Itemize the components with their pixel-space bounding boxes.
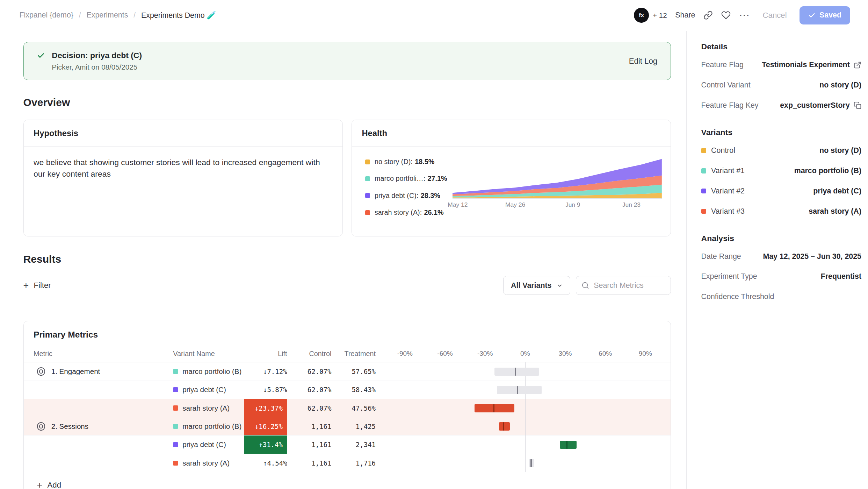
heart-icon[interactable] [721,10,731,20]
lift-point-marker [515,368,516,376]
breadcrumb-item-project[interactable]: Fixpanel {demo} [19,11,73,20]
metric-row[interactable]: 2. Sessions marco portfolio (B) ↓16.25% … [24,417,671,435]
link-icon[interactable] [703,10,713,20]
health-x-axis: May 12 May 26 Jun 9 Jun 23 [453,201,662,209]
legend-item: sarah story (A): 26.1% [365,208,447,217]
lift-point-marker [530,459,531,467]
legend-value: 26.1% [424,208,444,217]
metric-row[interactable]: sarah story (A) ↑4.54% 1,161 1,716 [24,454,671,472]
legend-value: 28.3% [421,192,440,200]
variant-color-swatch [173,461,178,466]
saved-button[interactable]: Saved [800,6,850,24]
health-card: Health no story (D): 18.5% marco portfol… [352,120,671,236]
confidence-interval-area [388,435,670,453]
overview-cards: Hypothesis we believe that showing custo… [23,120,671,236]
edit-log-button[interactable]: Edit Log [629,57,657,66]
add-metric-label: Add [48,481,61,489]
axis-tick-label: -30% [477,350,493,357]
variant-row-control: Control no story (D) [701,141,861,161]
column-header-control: Control [289,350,331,358]
legend-item: marco portfoli…: 27.1% [365,175,447,183]
plus-icon: + [23,281,29,290]
variant-row-value: sarah story (A) [809,207,861,216]
analysis-row-date-range: Date Range May 12, 2025 – Jun 30, 2025 [701,246,861,267]
metric-row[interactable]: priya debt (C) ↑31.4% 1,161 2,341 [24,435,671,454]
decision-subtitle: Picker, Amit on 08/05/2025 [52,63,142,71]
analysis-value: May 12, 2025 – Jun 30, 2025 [763,252,861,261]
variant-color-swatch [173,442,178,447]
axis-tick-label: 0% [520,350,530,357]
share-button[interactable]: Share [675,11,695,20]
avatar[interactable]: fx [634,8,649,23]
x-tick-label: Jun 9 [565,201,580,208]
filter-label: Filter [34,281,51,290]
decision-banner: Decision: priya debt (C) Picker, Amit on… [23,42,671,80]
search-metrics-input[interactable] [594,281,665,290]
legend-swatch [365,210,370,215]
details-sidebar: Details Feature Flag Testimonials Experi… [686,31,868,489]
treatment-value: 1,716 [334,454,376,472]
decision-title: Decision: priya debt (C) [52,51,142,60]
variant-cell: priya debt (C) [173,381,226,399]
control-value: 1,161 [289,417,331,435]
variants-dropdown-label: All Variants [511,281,551,290]
variant-color-swatch [173,405,178,410]
search-metrics-box [576,276,671,295]
variant-cell: sarah story (A) [173,399,230,417]
variants-dropdown[interactable]: All Variants [503,276,570,295]
legend-label: no story (D): [375,158,413,166]
results-heading: Results [23,253,671,265]
copy-icon[interactable] [854,101,861,109]
variant-name: sarah story (A) [182,459,230,467]
axis-header: -90% -60% -30% 0% 30% 60% 90% [388,347,670,362]
detail-value: exp_customerStory [780,101,850,110]
confidence-interval-bar [497,386,542,394]
add-filter-button[interactable]: + Filter [23,281,51,290]
confidence-interval-bar [560,441,577,449]
health-body: no story (D): 18.5% marco portfoli…: 27.… [352,147,671,234]
lift-point-marker [566,441,567,449]
variants-heading: Variants [701,128,861,137]
axis-tick-label: 90% [639,350,652,357]
variant-color-swatch [701,189,706,193]
primary-metrics-title: Primary Metrics [24,321,671,347]
metric-cell: 1. Engagement [37,362,100,380]
detail-label: Control Variant [701,81,751,90]
breadcrumb-item-experiments[interactable]: Experiments [87,11,128,20]
lift-point-marker [517,386,518,394]
variant-color-swatch [701,148,706,153]
metric-name: 1. Engagement [51,367,100,376]
decision-text: Decision: priya debt (C) Picker, Amit on… [52,51,142,71]
detail-row-feature-flag-key: Feature Flag Key exp_customerStory [701,95,861,116]
external-link-icon[interactable] [854,61,861,69]
analysis-value: Frequentist [821,272,861,281]
confidence-interval-bar [529,459,534,467]
health-legend: no story (D): 18.5% marco portfoli…: 27.… [365,158,447,217]
metric-row[interactable]: sarah story (A) ↓23.37% 62.07% 47.56% [24,399,671,417]
add-metric-button[interactable]: + Add [24,472,671,489]
confidence-interval-area [388,454,670,472]
confidence-interval-area [388,417,670,435]
metric-row[interactable]: priya debt (C) ↓5.87% 62.07% 58.43% [24,381,671,399]
analysis-row-experiment-type: Experiment Type Frequentist [701,267,861,287]
app-root: Fixpanel {demo} / Experiments / Experime… [0,0,868,489]
analysis-label: Confidence Threshold [701,292,774,301]
variant-row-value: marco portfolio (B) [794,166,861,175]
saved-button-label: Saved [819,11,841,20]
column-header-treatment: Treatment [334,350,376,358]
metric-row[interactable]: 1. Engagement marco portfolio (B) ↓7.12%… [24,362,671,381]
collaborators-count[interactable]: + 12 [653,11,667,20]
control-value: 62.07% [289,381,331,399]
axis-tick-label: 30% [558,350,572,357]
variant-row-label: Variant #3 [711,207,745,216]
cancel-button[interactable]: Cancel [758,7,791,23]
variant-cell: marco portfolio (B) [173,362,241,380]
axis-tick-label: 60% [599,350,612,357]
detail-row-control-variant: Control Variant no story (D) [701,75,861,95]
variant-color-swatch [701,168,706,173]
legend-value: 27.1% [427,175,447,183]
more-options-icon[interactable]: ⋯ [739,10,750,20]
variant-color-swatch [173,424,178,429]
variant-name: marco portfolio (B) [182,367,241,376]
legend-label: priya debt (C): [375,192,418,200]
